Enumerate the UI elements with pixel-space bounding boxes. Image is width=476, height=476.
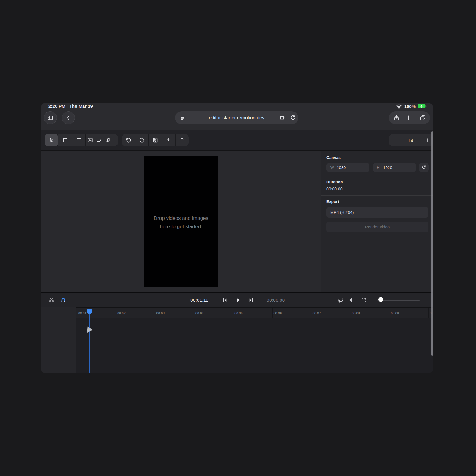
ruler-tick: [194, 308, 194, 318]
text-tool-button[interactable]: [72, 134, 85, 146]
text-tool-icon: [76, 137, 82, 143]
browser-actions: [389, 111, 430, 124]
wifi-icon: [396, 104, 402, 109]
properties-panel: Canvas W 1080 H 1920 Duration 00:00.00 E…: [321, 151, 433, 292]
music-tool-icon[interactable]: [105, 137, 111, 143]
playhead-time: 00:01.11: [181, 298, 217, 303]
upload-icon: [179, 137, 185, 143]
canvas-refresh-button[interactable]: [419, 163, 429, 172]
duration-time: 00:00.00: [258, 298, 294, 303]
duration-value: 00:00.00: [326, 187, 343, 191]
share-icon[interactable]: [393, 114, 400, 121]
ruler-tick: [77, 308, 77, 318]
zoom-out-icon: [392, 137, 397, 143]
cursor-tool-button[interactable]: [45, 134, 58, 146]
pointer-arrow: [87, 326, 93, 333]
section-divider: [321, 195, 433, 196]
ruler-tick: [116, 308, 116, 318]
timeline-zoom-in-icon[interactable]: [423, 298, 429, 303]
export-format-select[interactable]: MP4 (H.264): [326, 207, 428, 218]
magnet-icon[interactable]: [60, 297, 66, 303]
zoom-in-icon: [425, 137, 430, 143]
tabs-icon[interactable]: [419, 115, 426, 121]
rect-tool-button[interactable]: [58, 134, 72, 146]
ruler-tick-label: 00:04: [195, 311, 204, 315]
timeline-zoom-slider[interactable]: [377, 300, 420, 301]
ruler-tick: [272, 308, 273, 318]
tool-group-history: [122, 134, 189, 146]
ruler-tick-label: 00:06: [274, 311, 282, 315]
back-button[interactable]: [62, 111, 75, 124]
render-video-button[interactable]: Render video: [326, 222, 428, 232]
video-canvas[interactable]: Drop videos and images here to get start…: [144, 156, 218, 287]
zoom-controls: Fit: [389, 134, 433, 146]
canvas-section-title: Canvas: [326, 155, 341, 160]
page-scrollbar[interactable]: [431, 131, 433, 356]
tool-group-insert: [45, 134, 118, 146]
ruler-tick: [233, 308, 233, 318]
ruler-tick: [311, 308, 311, 318]
canvas-width-input[interactable]: W 1080: [326, 163, 369, 172]
download-button[interactable]: [162, 134, 175, 146]
redo-button[interactable]: [135, 134, 148, 146]
undo-icon: [126, 137, 131, 143]
fullscreen-icon[interactable]: [361, 297, 367, 303]
battery-icon: [418, 104, 427, 109]
zoom-out-button[interactable]: [389, 134, 400, 146]
canvas-height-input[interactable]: H 1920: [373, 163, 416, 172]
ruler-tick: [155, 308, 155, 318]
save-button[interactable]: [149, 134, 162, 146]
skip-back-button[interactable]: [222, 297, 228, 303]
ruler-tick-label: 00:09: [391, 311, 399, 315]
new-tab-icon[interactable]: [405, 115, 412, 121]
ruler-tick: [350, 308, 350, 318]
editor-toolbar: Fit: [41, 130, 433, 151]
ruler-tick-label: 00:01: [78, 311, 87, 315]
ruler-tick-label: 00:03: [156, 311, 165, 315]
track-header-column: [41, 307, 76, 373]
playhead-line: [89, 314, 90, 373]
video-tool-icon[interactable]: [96, 137, 102, 143]
download-icon: [166, 137, 172, 143]
back-icon: [65, 115, 72, 121]
status-time: 2:20 PM: [48, 104, 65, 109]
fit-label: Fit: [409, 138, 413, 143]
ipad-screenshot: 2:20 PM Thu Mar 19 100% editor-starter.r…: [41, 103, 433, 373]
section-divider: [321, 176, 433, 176]
volume-icon[interactable]: [349, 297, 355, 303]
export-section-title: Export: [326, 199, 339, 204]
main-area: Drop videos and images here to get start…: [41, 151, 433, 292]
timeline-ruler[interactable]: 00:0100:0200:0300:0400:0500:0600:0700:08…: [41, 307, 433, 318]
extensions-icon[interactable]: [279, 115, 285, 121]
scissors-icon[interactable]: [48, 297, 54, 303]
ruler-tick: [428, 308, 429, 318]
status-bar-left: 2:20 PM Thu Mar 19: [48, 104, 93, 109]
play-button[interactable]: [235, 297, 241, 303]
preview-area: Drop videos and images here to get start…: [41, 151, 321, 292]
cursor-icon: [48, 137, 54, 143]
reload-icon[interactable]: [289, 115, 296, 121]
timeline-zoom-knob[interactable]: [378, 297, 383, 302]
loop-icon[interactable]: [337, 297, 344, 303]
undo-button[interactable]: [122, 134, 135, 146]
address-bar[interactable]: editor-starter.remotion.dev: [175, 111, 298, 124]
duration-section-title: Duration: [326, 180, 343, 184]
redo-icon: [139, 137, 145, 143]
upload-button[interactable]: [176, 134, 189, 146]
ruler-tick-label: 00:08: [352, 311, 360, 315]
battery-percent: 100%: [404, 104, 416, 109]
status-bar-right: 100%: [396, 104, 427, 109]
drop-hint: Drop videos and images here to get start…: [144, 214, 218, 231]
sidebar-toggle-button[interactable]: [44, 111, 57, 124]
ruler-tick-label: 00:02: [117, 311, 126, 315]
ruler-tick: [389, 308, 389, 318]
zoom-fit-button[interactable]: Fit: [400, 134, 422, 146]
timeline-zoom-out-icon[interactable]: [370, 298, 375, 303]
sidebar-icon: [47, 115, 54, 121]
media-tools: [86, 134, 118, 146]
ruler-tick-label: 00:07: [313, 311, 321, 315]
image-tool-icon[interactable]: [87, 137, 93, 143]
timeline-tracks[interactable]: [41, 318, 433, 373]
zoom-in-button[interactable]: [422, 134, 433, 146]
skip-forward-button[interactable]: [248, 297, 254, 303]
